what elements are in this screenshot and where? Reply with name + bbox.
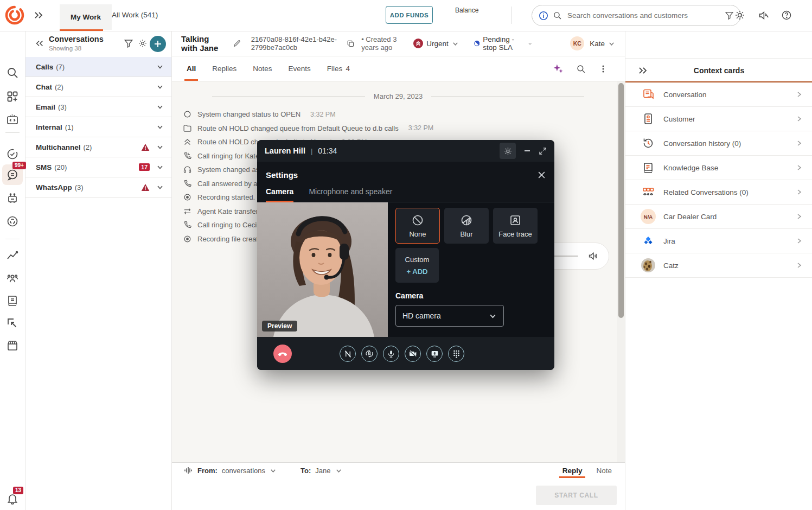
channel-row-whatsapp[interactable]: WhatsApp(3)	[25, 177, 171, 197]
assignee-dropdown[interactable]: KC Kate	[570, 36, 615, 50]
rail-knowledge-icon[interactable]	[6, 294, 19, 307]
status-dropdown[interactable]: Pending - stop SLA	[474, 35, 533, 52]
filter-icon[interactable]	[124, 39, 133, 48]
catz-avatar	[641, 258, 656, 273]
tab-camera[interactable]: Camera	[266, 187, 293, 202]
channel-row-email[interactable]: Email(3)	[25, 97, 171, 117]
chevron-right-icon	[795, 139, 803, 147]
tab-all-work[interactable]: All Work (541)	[112, 11, 158, 19]
context-card-related-conversations[interactable]: Related Conversations (0)	[625, 180, 812, 205]
from-value-dropdown[interactable]: conversations	[222, 467, 265, 475]
copy-id-icon[interactable]	[347, 40, 355, 48]
notifications-badge: 13	[13, 487, 23, 494]
call-ringing-icon	[183, 220, 192, 229]
hangup-button[interactable]	[273, 345, 292, 363]
rail-campaigns-icon[interactable]	[6, 148, 19, 161]
channel-row-sms[interactable]: SMS(20) 17	[25, 157, 171, 177]
channel-row-calls[interactable]: Calls(7)	[25, 57, 171, 77]
tab-reply[interactable]: Reply	[562, 463, 583, 478]
header-separator: |	[311, 147, 312, 155]
search-in-conversation-icon[interactable]	[576, 64, 586, 74]
screen-share-button[interactable]	[426, 346, 443, 362]
mute-sound-icon[interactable]	[758, 10, 769, 21]
context-card-car-dealer[interactable]: N/A Car Dealer Card	[625, 205, 812, 229]
context-card-conversation[interactable]: Conversation	[625, 82, 812, 107]
context-card-customer[interactable]: Customer	[625, 107, 812, 131]
channel-row-chat[interactable]: Chat(2)	[25, 77, 171, 97]
rail-integrations-icon[interactable]	[6, 215, 19, 228]
tab-all[interactable]: All	[187, 56, 196, 81]
dialpad-button[interactable]	[448, 346, 464, 362]
rail-analytics-icon[interactable]	[6, 249, 19, 262]
chevron-down-icon	[452, 40, 459, 47]
tab-my-work[interactable]: My Work	[60, 4, 112, 30]
help-icon[interactable]	[781, 10, 792, 21]
start-call-button[interactable]: START CALL	[536, 486, 617, 505]
left-icon-rail: 99+ 13 KC	[0, 31, 25, 510]
global-search	[532, 5, 741, 26]
more-options-icon[interactable]	[599, 65, 608, 73]
timeline-event: System changed status to OPEN3:32 PM	[171, 107, 625, 122]
waveform-icon	[183, 466, 193, 475]
rail-search-icon[interactable]	[6, 66, 19, 79]
rail-conversations-icon[interactable]	[6, 168, 19, 181]
minimize-call-icon[interactable]	[523, 147, 531, 155]
tab-note[interactable]: Note	[596, 463, 612, 478]
chevron-down-icon	[335, 467, 342, 474]
channel-row-internal[interactable]: Internal(1)	[25, 117, 171, 137]
background-option-blur[interactable]: Blur	[444, 208, 489, 244]
search-input[interactable]	[566, 11, 720, 20]
expand-call-icon[interactable]	[539, 147, 547, 155]
add-funds-button[interactable]: ADD FUNDS	[386, 6, 433, 24]
tab-notes[interactable]: Notes	[253, 56, 272, 81]
tab-my-work-underline	[60, 29, 103, 31]
player-volume-icon[interactable]	[587, 250, 599, 262]
channel-row-multichannel[interactable]: Multichannel(2)	[25, 137, 171, 157]
expand-rail-icon[interactable]	[33, 10, 44, 21]
timeline-scrollbar-thumb[interactable]	[618, 83, 624, 318]
rail-automation-bot-icon[interactable]	[6, 192, 19, 205]
background-option-none[interactable]: None	[395, 208, 440, 244]
context-card-knowledge-base[interactable]: Knowledge Base	[625, 156, 812, 180]
add-participant-button[interactable]	[361, 346, 378, 362]
tab-replies[interactable]: Replies	[212, 56, 236, 81]
pending-icon	[474, 39, 480, 48]
transcription-off-button[interactable]	[340, 346, 356, 362]
ai-assist-icon[interactable]	[553, 63, 563, 74]
camera-off-button[interactable]	[405, 346, 421, 362]
background-option-custom-add[interactable]: Custom + ADD	[395, 248, 439, 283]
new-conversation-button[interactable]	[150, 36, 166, 52]
chevron-right-icon	[795, 213, 803, 220]
tab-files[interactable]: Files4	[327, 56, 350, 81]
priority-dropdown[interactable]: Urgent	[413, 39, 459, 48]
blur-icon	[460, 214, 473, 227]
info-icon[interactable]	[539, 11, 548, 21]
collapse-panel-icon[interactable]	[35, 39, 44, 48]
context-card-jira[interactable]: Jira	[625, 229, 812, 253]
search-filter-icon[interactable]	[725, 11, 734, 20]
mute-mic-button[interactable]	[383, 346, 399, 362]
close-settings-icon[interactable]	[538, 171, 546, 179]
to-value-dropdown[interactable]: Jane	[315, 467, 330, 475]
rail-team-icon[interactable]	[6, 272, 19, 285]
tab-events[interactable]: Events	[289, 56, 311, 81]
brand-logo-icon[interactable]	[4, 5, 25, 25]
rail-marketplace-icon[interactable]	[6, 339, 19, 352]
panel-settings-gear-icon[interactable]	[138, 39, 148, 48]
conversation-id: 21670a08-816f-42e1-b42e-2799be7ac0cb	[251, 35, 341, 52]
edit-title-icon[interactable]	[233, 39, 241, 48]
rail-apps-icon[interactable]	[6, 90, 19, 103]
background-option-face-trace[interactable]: Face trace	[493, 208, 538, 244]
context-card-catz[interactable]: Catz	[625, 253, 812, 278]
call-settings-gear-icon[interactable]	[500, 143, 516, 159]
call-modal-header[interactable]: Lauren Hill | 01:34	[257, 140, 554, 162]
theme-brightness-icon[interactable]	[734, 10, 745, 21]
recording-icon	[183, 234, 192, 244]
camera-select-dropdown[interactable]: HD camera	[395, 305, 504, 327]
search-icon	[553, 11, 562, 20]
jira-icon	[641, 233, 656, 248]
context-card-history[interactable]: Conversation history (0)	[625, 131, 812, 156]
rail-guide-icon[interactable]	[6, 317, 19, 330]
rail-dev-workspace-icon[interactable]	[6, 113, 19, 126]
tab-microphone-speaker[interactable]: Microphone and speaker	[309, 187, 392, 202]
